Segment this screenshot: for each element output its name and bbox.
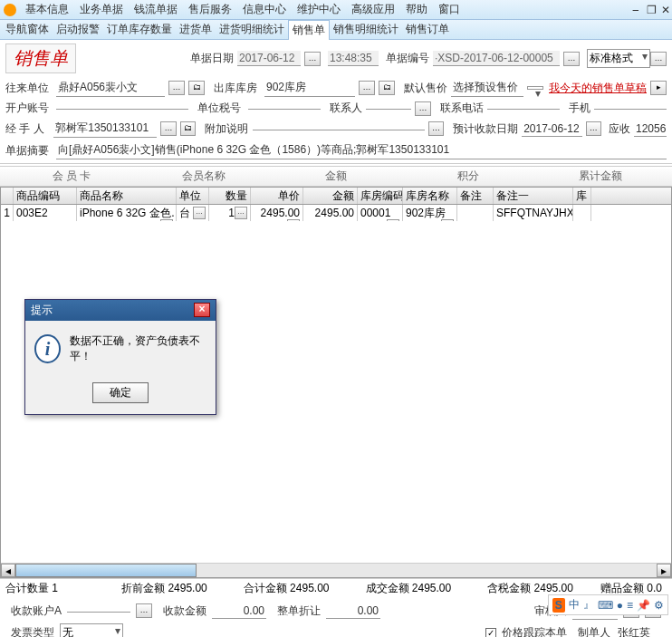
date-picker-icon[interactable]: … (304, 52, 321, 66)
acct-input[interactable] (56, 107, 188, 110)
docno-picker-icon[interactable]: … (563, 52, 580, 66)
expdate-picker-icon[interactable]: … (586, 121, 601, 136)
contact-picker-icon[interactable]: … (415, 101, 431, 116)
col-header[interactable]: 单位 (177, 188, 209, 204)
ime-toolbar[interactable]: S 中 』 ⌨ ● ≡ 📌 ⚙ (548, 594, 668, 615)
wholedisc-input[interactable]: 0.00 (326, 603, 380, 619)
cell-picker-icon[interactable]: … (193, 207, 206, 219)
cell-picker-icon[interactable]: … (387, 219, 399, 221)
cell-unit[interactable]: 台… (177, 205, 209, 221)
handler-card-icon[interactable]: 🗂 (180, 121, 196, 136)
col-header[interactable]: 商品名称 (77, 188, 177, 204)
scroll-track[interactable] (15, 564, 657, 577)
col-header[interactable]: 单价 (251, 188, 303, 204)
handler-picker-icon[interactable]: … (160, 121, 176, 136)
tab[interactable]: 导航窗体 (2, 20, 53, 39)
tab[interactable]: 进货单 (176, 20, 216, 39)
ime-pin-icon[interactable]: 📌 (637, 599, 650, 612)
outwh-picker-icon[interactable]: … (359, 81, 375, 95)
cell-code[interactable]: 003E2 (14, 205, 77, 221)
restore-icon[interactable]: ❐ (641, 2, 654, 18)
ime-gear-icon[interactable]: ⚙ (654, 599, 664, 612)
minimize-icon[interactable]: ‒ (627, 2, 639, 18)
col-header[interactable]: 库房编码 (358, 188, 403, 204)
col-header[interactable]: 库房名称 (403, 188, 457, 204)
ime-s-icon[interactable]: S (552, 598, 565, 613)
recvacct-picker-icon[interactable]: … (136, 603, 152, 618)
cell-price[interactable]: 2495.00… (251, 205, 303, 221)
ime-char[interactable]: ● (617, 599, 623, 612)
format-btn-icon[interactable]: … (650, 52, 667, 66)
defprice-input[interactable]: 选择预设售价 (451, 79, 523, 97)
format-dropdown[interactable]: 标准格式 (587, 49, 650, 68)
menu-item[interactable]: 业务单据 (74, 0, 129, 19)
handler-input[interactable]: 郭树军1350133101 (53, 120, 157, 138)
cell-whname[interactable]: 902库房… (403, 205, 457, 221)
track-checkbox[interactable]: ✓ (485, 628, 496, 638)
scroll-thumb[interactable] (15, 564, 197, 577)
tab[interactable]: 启动报警 (53, 20, 103, 39)
defprice-dropdown-icon[interactable] (527, 86, 543, 90)
menu-item[interactable]: 维护中心 (292, 0, 346, 19)
invoice-dropdown[interactable]: 无 (60, 623, 123, 637)
col-header[interactable]: 数量 (209, 188, 251, 204)
dialog-close-icon[interactable]: × (194, 303, 210, 317)
scroll-right-icon[interactable]: ▸ (657, 564, 671, 577)
scroll-left-icon[interactable]: ◂ (1, 564, 15, 577)
menu-item[interactable]: 信息中心 (237, 0, 292, 19)
col-header[interactable]: 备注一 (494, 188, 573, 204)
outwh-card-icon[interactable]: 🗂 (379, 81, 395, 95)
draft-link[interactable]: 我今天的销售单草稿 (549, 81, 647, 96)
ime-char[interactable]: 中 (569, 597, 580, 613)
close-icon[interactable]: ✕ (656, 2, 668, 18)
cell-remark[interactable] (457, 205, 494, 221)
expdate-input[interactable]: 2017-06-12 (522, 121, 582, 137)
dialog-ok-button[interactable]: 确定 (92, 382, 149, 403)
tab[interactable]: 进货明细统计 (216, 20, 288, 39)
cell-picker-icon[interactable]: … (441, 219, 454, 221)
tab[interactable]: 销售订单 (402, 20, 453, 39)
cell-amount[interactable]: 2495.00 (303, 205, 358, 221)
col-header[interactable]: 商品编码 (14, 188, 77, 204)
menu-item[interactable]: 帮助 (400, 0, 433, 19)
customer-card-icon[interactable]: 🗂 (188, 81, 205, 95)
doc-date[interactable]: 2017-06-12 (237, 51, 301, 66)
contact-input[interactable] (366, 107, 411, 110)
ime-char[interactable]: 』 (583, 597, 594, 613)
cell-picker-icon[interactable]: … (160, 219, 173, 221)
summary-input[interactable]: 向[鼎好A056裴小文]销售(iPhone 6 32G 金色（1586）)等商品… (56, 141, 667, 159)
draft-go-icon[interactable]: ▸ (650, 81, 667, 95)
recvamt-input[interactable]: 0.00 (212, 603, 266, 619)
menu-item[interactable]: 窗口 (433, 0, 466, 19)
unittax-input[interactable] (248, 107, 321, 110)
customer-input[interactable]: 鼎好A056裴小文 (56, 79, 165, 97)
cell-whcode[interactable]: 00001… (358, 205, 403, 221)
cell-remark1[interactable]: SFFQTNAYJHXR6 (494, 205, 573, 221)
menu-item[interactable]: 基本信息 (20, 0, 74, 19)
cell-picker-icon[interactable]: … (287, 219, 300, 221)
menu-item[interactable]: 售后服务 (183, 0, 237, 19)
attach-picker-icon[interactable]: … (428, 121, 444, 136)
tab-active[interactable]: 销售单 (288, 20, 330, 40)
phone-input[interactable] (487, 107, 560, 110)
customer-picker-icon[interactable]: … (168, 81, 185, 95)
mobile-input[interactable] (594, 107, 667, 110)
menu-item[interactable]: 高级应用 (346, 0, 400, 19)
ime-keyboard-icon[interactable]: ⌨ (598, 599, 613, 612)
attach-input[interactable] (253, 128, 425, 130)
tab[interactable]: 订单库存数量 (103, 20, 176, 39)
col-header[interactable]: 金额 (303, 188, 358, 204)
ime-menu-icon[interactable]: ≡ (627, 599, 633, 612)
col-header[interactable]: 备注 (457, 188, 494, 204)
table-row[interactable]: 1 003E2 iPhone 6 32G 金色…… 台… 1… 2495.00…… (1, 205, 671, 221)
cell-last[interactable] (573, 205, 591, 221)
predisc-label: 折前金额 (121, 582, 165, 594)
col-header[interactable]: 库 (573, 188, 591, 204)
cell-name[interactable]: iPhone 6 32G 金色…… (77, 205, 177, 221)
recvacct-input[interactable] (67, 610, 130, 613)
outwh-input[interactable]: 902库房 (264, 79, 355, 97)
menu-item[interactable]: 钱流单据 (129, 0, 183, 19)
cell-qty[interactable]: 1… (209, 205, 251, 221)
tab[interactable]: 销售明细统计 (330, 20, 402, 39)
cell-picker-icon[interactable]: … (235, 207, 247, 219)
